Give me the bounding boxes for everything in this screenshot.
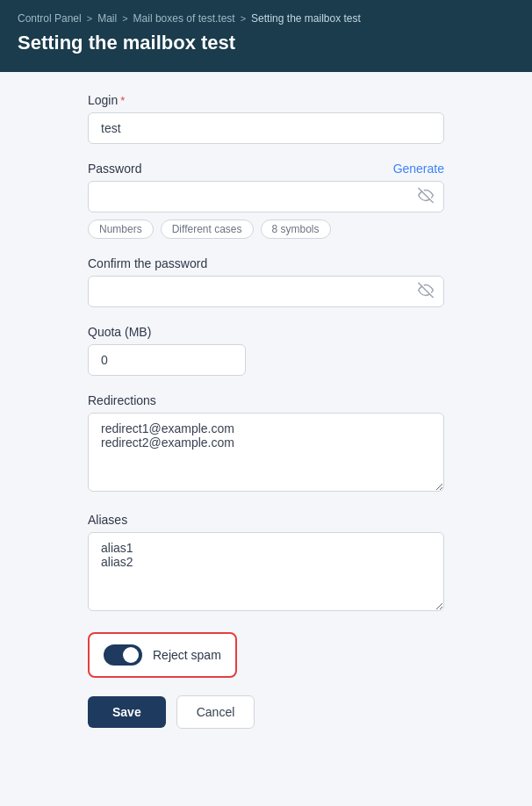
breadcrumb-item-control-panel[interactable]: Control Panel <box>18 12 82 25</box>
redirections-group: Redirections redirect1@example.com redir… <box>88 393 444 495</box>
breadcrumb-sep-1: > <box>87 13 92 24</box>
buttons-row: Save Cancel <box>88 695 444 729</box>
login-label: Login * <box>88 93 444 107</box>
password-input-wrapper <box>88 181 444 212</box>
password-label: Password <box>88 162 141 176</box>
confirm-toggle-icon[interactable] <box>418 283 434 301</box>
breadcrumb-item-mailboxes[interactable]: Mail boxes of test.test <box>133 12 235 25</box>
quota-group: Quota (MB) <box>88 325 444 376</box>
toggle-slider <box>104 644 142 666</box>
page-title: Setting the mailbox test <box>18 32 514 54</box>
password-input[interactable] <box>88 181 444 212</box>
breadcrumb-sep-3: > <box>241 13 246 24</box>
breadcrumb: Control Panel > Mail > Mail boxes of tes… <box>18 12 514 25</box>
confirm-label: Confirm the password <box>88 256 444 270</box>
reject-spam-label: Reject spam <box>153 648 221 662</box>
hint-different-cases: Different cases <box>161 219 254 239</box>
redirections-textarea[interactable]: redirect1@example.com redirect2@example.… <box>88 413 444 492</box>
confirm-password-input[interactable] <box>88 276 444 307</box>
password-toggle-icon[interactable] <box>418 188 434 206</box>
password-label-row: Password Generate <box>88 162 444 176</box>
breadcrumb-item-current: Setting the mailbox test <box>251 12 361 25</box>
reject-spam-toggle[interactable] <box>104 644 142 666</box>
required-indicator: * <box>120 94 125 107</box>
login-input[interactable] <box>88 112 444 144</box>
page-header: Control Panel > Mail > Mail boxes of tes… <box>0 0 532 72</box>
aliases-label: Aliases <box>88 513 444 527</box>
reject-spam-row: Reject spam <box>88 632 237 678</box>
redirections-label: Redirections <box>88 393 444 407</box>
hint-8-symbols: 8 symbols <box>261 219 331 239</box>
confirm-password-group: Confirm the password <box>88 256 444 307</box>
hint-numbers: Numbers <box>88 219 154 239</box>
breadcrumb-item-mail[interactable]: Mail <box>97 12 117 25</box>
password-group: Password Generate Numbers Different case… <box>88 162 444 239</box>
form-content: Login * Password Generate Numbers Differ… <box>0 72 532 764</box>
login-group: Login * <box>88 93 444 144</box>
save-button[interactable]: Save <box>88 696 166 728</box>
quota-input[interactable] <box>88 344 246 376</box>
aliases-textarea[interactable]: alias1 alias2 <box>88 532 444 611</box>
aliases-group: Aliases alias1 alias2 <box>88 513 444 615</box>
generate-link[interactable]: Generate <box>393 162 444 176</box>
quota-label: Quota (MB) <box>88 325 444 339</box>
cancel-button[interactable]: Cancel <box>176 695 255 729</box>
confirm-input-wrapper <box>88 276 444 307</box>
password-hints: Numbers Different cases 8 symbols <box>88 219 444 239</box>
breadcrumb-sep-2: > <box>122 13 127 24</box>
